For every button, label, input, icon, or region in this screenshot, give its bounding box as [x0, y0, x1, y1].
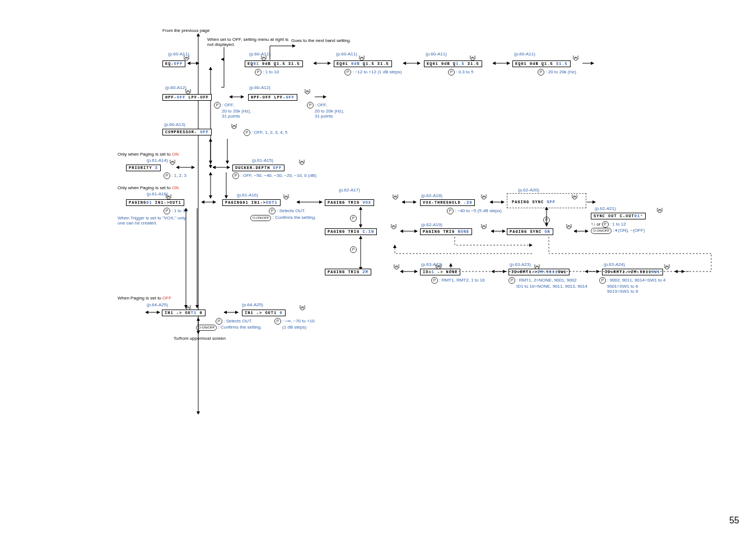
ref-a18: (p.62-A18): [421, 193, 442, 198]
trigger-note: When Trigger is set to "VOX," only one c…: [118, 216, 190, 226]
ref-hpf1: (p.60-A12): [165, 85, 186, 90]
eq-box-4: EQ01 0dB Q1.5 31.5: [424, 60, 482, 67]
p-out1: P : Selects OUT.: [216, 318, 252, 325]
ref-duck: (p.61-A15): [252, 158, 273, 163]
knob-icon: [572, 55, 579, 62]
a19-box: PAGING TRIG C-IN: [325, 228, 377, 235]
p-a23: P : RMT1, 2=NONE, 9001, 9002ID1 to 16=NO…: [508, 277, 587, 289]
p-eq4: P : 0.3 to 5: [448, 69, 473, 76]
to-from: To/from uppermost screen: [174, 336, 226, 341]
a21-box: SYNC OUT C-OUT01*: [591, 213, 646, 219]
ref-out: (p.64-A25): [147, 302, 168, 307]
page-number: 55: [729, 516, 739, 526]
comp-box: COMPRESSOR- OFF: [162, 129, 212, 135]
p-eq3: P : −12 to +12 (1 dB steps): [344, 69, 402, 76]
a22-box: PAGING TRIG ZM: [325, 269, 371, 275]
p-a18: P : −40 to −5 (5 dB steps): [447, 208, 502, 214]
p-hpf1: P : OFF, 20 to 20k (Hz), 31 points: [214, 102, 251, 119]
knob-icon: [169, 159, 176, 166]
p-eq5: P : 20 to 20k (Hz): [538, 69, 576, 76]
eq-box-1: EQ-OFF: [162, 60, 185, 67]
a20-box: PAGING SYNC OFF: [510, 199, 558, 205]
p-prio: P : 1, 2, 3: [164, 172, 186, 179]
from-previous-label: From the previous page: [162, 28, 210, 33]
ref-hpf2: (p.60-A12): [249, 85, 270, 90]
ref-prio: (p.61-A14): [147, 158, 168, 163]
a20b-box: PAGING SYNC ON: [507, 228, 553, 235]
pag-note: Only when Paging is set to ON: [118, 185, 179, 190]
hpf-box-1: HPF-OFF LPF-OFF: [162, 94, 212, 101]
knob-icon: [304, 88, 311, 96]
out-note: When Paging is set to OFF: [118, 296, 171, 301]
duck-box: DUCKER-DEPTH OFF: [232, 165, 284, 171]
p-a16b-b: O-ON/OFF : Confirms the setting.: [250, 215, 316, 221]
knob-icon: [480, 194, 487, 201]
p-out2: O-ON/OFF : Confirms the setting.: [196, 325, 262, 331]
a16b-box: PAGING01 IN1->OUT1: [222, 199, 281, 206]
ref-a19: (p.62-A19): [421, 222, 442, 227]
knob-icon: [298, 159, 305, 166]
prio-box: PRIORITY 3: [126, 165, 161, 171]
goes-next: Goes to the next band setting.: [291, 38, 351, 43]
hpf-box-2: HPF-OFF LPF-OFF: [248, 94, 297, 101]
p-a21: ↑↓ or P : 1 to 12 O-ON/OFF :∗(ON), −(OFF…: [591, 221, 645, 234]
out-box-1: IN1 -> OUT1 0: [162, 310, 206, 316]
ref-eq5: (p.60-A11): [514, 51, 535, 57]
p-a16b-a: P : Selects OUT.: [269, 208, 305, 214]
knob-icon: [566, 223, 572, 231]
eq-box-2: EQ01 0dB Q1.5 31.5: [245, 60, 303, 67]
ref-a20: (p.62-A20): [518, 188, 539, 193]
p-circle-a17b: P: [350, 246, 357, 253]
a17-box: PAGING TRIG VOX: [325, 199, 374, 206]
p-eq2: P : 1 to 10: [255, 69, 279, 76]
ref-eq3: (p.60-A11): [336, 51, 357, 57]
p-duck: P : OFF, −50, −40, −30, −20, −10, 0 (dB): [232, 172, 316, 179]
p-circle-a17a: P: [350, 215, 357, 222]
knob-icon: [656, 207, 663, 214]
p-a24: P : 9002, 9011, 9014=SW1 to 49001=SW1 to…: [599, 277, 666, 294]
knob-icon: [480, 223, 487, 231]
eq-box-3: EQ01 0dB Q1.5 31.5: [334, 60, 392, 67]
priority-note: Only when Paging is set to ON: [118, 152, 179, 157]
ref-out2: (p.64-A25): [242, 302, 263, 307]
knob-icon: [390, 223, 397, 231]
eq-box-5: EQ01 0dB Q1.5 31.5: [512, 60, 571, 67]
a19c-box: PAGING TRIG NONE: [420, 228, 472, 235]
out-box-2: IN1 -> OUT1 0: [242, 310, 286, 316]
p-comp: P : OFF, 1, 2, 3, 4, 5: [244, 129, 287, 136]
p-out3: P : −∞, −70 to +10(1 dB steps): [274, 318, 315, 330]
ref-eq4: (p.60-A11): [426, 51, 447, 57]
knob-icon: [283, 194, 290, 201]
knob-icon: [299, 305, 306, 312]
p-a22: P : RMT1, RMT2, 1 to 16: [431, 277, 485, 284]
ref-comp: (p.60-A13): [164, 122, 185, 127]
ref-a16b: (p.61-A16): [237, 193, 258, 198]
knob-icon: [231, 123, 237, 130]
knob-icon: [571, 194, 578, 201]
a18-box: VOX-THRESHOLD -30: [420, 199, 475, 206]
p-hpf2: P : OFF, 20 to 20k (Hz), 31 points: [307, 102, 344, 119]
ref-a17: (p.62-A17): [339, 188, 360, 193]
knob-icon: [392, 194, 399, 201]
a16-box: PAGING01 IN1->OUT1: [126, 199, 184, 206]
